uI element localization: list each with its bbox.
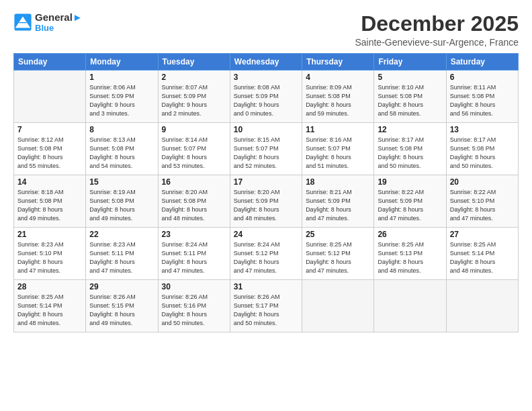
calendar-cell: 9Sunrise: 8:14 AM Sunset: 5:07 PM Daylig… — [158, 123, 230, 175]
day-number: 20 — [450, 177, 515, 187]
calendar-cell: 4Sunrise: 8:09 AM Sunset: 5:08 PM Daylig… — [302, 71, 374, 123]
day-number: 15 — [89, 177, 154, 187]
day-number: 24 — [234, 230, 298, 239]
day-info: Sunrise: 8:26 AM Sunset: 5:16 PM Dayligh… — [162, 293, 226, 328]
calendar-cell: 24Sunrise: 8:24 AM Sunset: 5:12 PM Dayli… — [230, 228, 302, 280]
day-info: Sunrise: 8:22 AM Sunset: 5:10 PM Dayligh… — [450, 188, 515, 223]
day-info: Sunrise: 8:21 AM Sunset: 5:09 PM Dayligh… — [306, 188, 370, 223]
day-number: 14 — [17, 177, 82, 187]
calendar-cell: 2Sunrise: 8:07 AM Sunset: 5:09 PM Daylig… — [158, 71, 230, 123]
day-info: Sunrise: 8:06 AM Sunset: 5:09 PM Dayligh… — [89, 83, 154, 118]
calendar-week-row: 7Sunrise: 8:12 AM Sunset: 5:08 PM Daylig… — [14, 123, 519, 175]
day-info: Sunrise: 8:17 AM Sunset: 5:08 PM Dayligh… — [450, 136, 515, 171]
day-number: 1 — [89, 73, 154, 82]
calendar-cell — [302, 280, 374, 332]
day-number: 2 — [162, 73, 226, 82]
calendar-cell: 5Sunrise: 8:10 AM Sunset: 5:08 PM Daylig… — [374, 71, 446, 123]
day-number: 5 — [378, 73, 442, 82]
day-info: Sunrise: 8:13 AM Sunset: 5:08 PM Dayligh… — [89, 136, 154, 171]
day-info: Sunrise: 8:11 AM Sunset: 5:08 PM Dayligh… — [450, 83, 515, 118]
day-info: Sunrise: 8:25 AM Sunset: 5:13 PM Dayligh… — [378, 240, 442, 275]
day-info: Sunrise: 8:17 AM Sunset: 5:08 PM Dayligh… — [378, 136, 442, 171]
calendar-cell: 31Sunrise: 8:26 AM Sunset: 5:17 PM Dayli… — [230, 280, 302, 332]
calendar-cell: 12Sunrise: 8:17 AM Sunset: 5:08 PM Dayli… — [374, 123, 446, 175]
calendar-cell: 14Sunrise: 8:18 AM Sunset: 5:08 PM Dayli… — [14, 175, 86, 228]
calendar-cell: 23Sunrise: 8:24 AM Sunset: 5:11 PM Dayli… — [158, 228, 230, 280]
day-number: 11 — [306, 125, 370, 134]
day-number: 23 — [162, 230, 226, 239]
calendar-cell: 1Sunrise: 8:06 AM Sunset: 5:09 PM Daylig… — [86, 71, 158, 123]
calendar-cell: 13Sunrise: 8:17 AM Sunset: 5:08 PM Dayli… — [446, 123, 518, 175]
weekday-header: Monday — [86, 54, 158, 71]
day-number: 22 — [89, 230, 154, 239]
calendar-cell: 18Sunrise: 8:21 AM Sunset: 5:09 PM Dayli… — [302, 175, 374, 228]
calendar-cell: 17Sunrise: 8:20 AM Sunset: 5:09 PM Dayli… — [230, 175, 302, 228]
day-info: Sunrise: 8:20 AM Sunset: 5:08 PM Dayligh… — [162, 188, 226, 223]
calendar-cell: 30Sunrise: 8:26 AM Sunset: 5:16 PM Dayli… — [158, 280, 230, 332]
logo-icon — [13, 13, 32, 32]
weekday-header: Tuesday — [158, 54, 230, 71]
calendar-body: 1Sunrise: 8:06 AM Sunset: 5:09 PM Daylig… — [14, 71, 519, 332]
day-info: Sunrise: 8:23 AM Sunset: 5:10 PM Dayligh… — [17, 240, 82, 275]
calendar-week-row: 1Sunrise: 8:06 AM Sunset: 5:09 PM Daylig… — [14, 71, 519, 123]
day-info: Sunrise: 8:25 AM Sunset: 5:12 PM Dayligh… — [306, 240, 370, 275]
calendar-week-row: 21Sunrise: 8:23 AM Sunset: 5:10 PM Dayli… — [14, 228, 519, 280]
calendar-cell: 27Sunrise: 8:25 AM Sunset: 5:14 PM Dayli… — [446, 228, 518, 280]
calendar-cell: 28Sunrise: 8:25 AM Sunset: 5:14 PM Dayli… — [14, 280, 86, 332]
weekday-row: SundayMondayTuesdayWednesdayThursdayFrid… — [14, 54, 519, 71]
weekday-header: Thursday — [302, 54, 374, 71]
day-info: Sunrise: 8:24 AM Sunset: 5:12 PM Dayligh… — [234, 240, 298, 275]
day-number: 31 — [234, 282, 298, 291]
calendar-cell: 21Sunrise: 8:23 AM Sunset: 5:10 PM Dayli… — [14, 228, 86, 280]
day-info: Sunrise: 8:15 AM Sunset: 5:07 PM Dayligh… — [234, 136, 298, 171]
day-number: 17 — [234, 177, 298, 187]
day-number: 26 — [378, 230, 442, 239]
svg-rect-2 — [19, 22, 26, 23]
day-info: Sunrise: 8:26 AM Sunset: 5:15 PM Dayligh… — [89, 293, 154, 328]
day-number: 19 — [378, 177, 442, 187]
logo: General► Blue — [13, 12, 83, 33]
weekday-header: Saturday — [446, 54, 518, 71]
calendar-cell: 29Sunrise: 8:26 AM Sunset: 5:15 PM Dayli… — [86, 280, 158, 332]
calendar-title: December 2025 — [355, 12, 519, 36]
calendar-cell: 19Sunrise: 8:22 AM Sunset: 5:09 PM Dayli… — [374, 175, 446, 228]
day-info: Sunrise: 8:14 AM Sunset: 5:07 PM Dayligh… — [162, 136, 226, 171]
day-number: 9 — [162, 125, 226, 134]
weekday-header: Sunday — [14, 54, 86, 71]
day-number: 10 — [234, 125, 298, 134]
day-number: 12 — [378, 125, 442, 134]
day-number: 21 — [17, 230, 82, 239]
calendar-cell — [374, 280, 446, 332]
day-info: Sunrise: 8:10 AM Sunset: 5:08 PM Dayligh… — [378, 83, 442, 118]
day-number: 18 — [306, 177, 370, 187]
calendar-cell: 11Sunrise: 8:16 AM Sunset: 5:07 PM Dayli… — [302, 123, 374, 175]
day-number: 30 — [162, 282, 226, 291]
day-info: Sunrise: 8:16 AM Sunset: 5:07 PM Dayligh… — [306, 136, 370, 171]
day-info: Sunrise: 8:19 AM Sunset: 5:08 PM Dayligh… — [89, 188, 154, 223]
day-number: 16 — [162, 177, 226, 187]
calendar-cell — [446, 280, 518, 332]
calendar-cell: 3Sunrise: 8:08 AM Sunset: 5:09 PM Daylig… — [230, 71, 302, 123]
calendar-cell: 25Sunrise: 8:25 AM Sunset: 5:12 PM Dayli… — [302, 228, 374, 280]
day-number: 4 — [306, 73, 370, 82]
calendar-cell: 7Sunrise: 8:12 AM Sunset: 5:08 PM Daylig… — [14, 123, 86, 175]
day-info: Sunrise: 8:12 AM Sunset: 5:08 PM Dayligh… — [17, 136, 82, 171]
weekday-header: Wednesday — [230, 54, 302, 71]
day-number: 25 — [306, 230, 370, 239]
day-info: Sunrise: 8:23 AM Sunset: 5:11 PM Dayligh… — [89, 240, 154, 275]
day-number: 28 — [17, 282, 82, 291]
day-info: Sunrise: 8:26 AM Sunset: 5:17 PM Dayligh… — [234, 293, 298, 328]
header: General► Blue December 2025 Sainte-Genev… — [13, 12, 519, 48]
day-info: Sunrise: 8:24 AM Sunset: 5:11 PM Dayligh… — [162, 240, 226, 275]
day-info: Sunrise: 8:20 AM Sunset: 5:09 PM Dayligh… — [234, 188, 298, 223]
day-info: Sunrise: 8:22 AM Sunset: 5:09 PM Dayligh… — [378, 188, 442, 223]
title-block: December 2025 Sainte-Genevieve-sur-Argen… — [355, 12, 519, 48]
day-info: Sunrise: 8:09 AM Sunset: 5:08 PM Dayligh… — [306, 83, 370, 118]
calendar-header: SundayMondayTuesdayWednesdayThursdayFrid… — [14, 54, 519, 71]
calendar-cell: 10Sunrise: 8:15 AM Sunset: 5:07 PM Dayli… — [230, 123, 302, 175]
logo-text: General► Blue — [35, 12, 83, 33]
day-number: 29 — [89, 282, 154, 291]
day-info: Sunrise: 8:07 AM Sunset: 5:09 PM Dayligh… — [162, 83, 226, 118]
calendar-cell: 8Sunrise: 8:13 AM Sunset: 5:08 PM Daylig… — [86, 123, 158, 175]
weekday-header: Friday — [374, 54, 446, 71]
